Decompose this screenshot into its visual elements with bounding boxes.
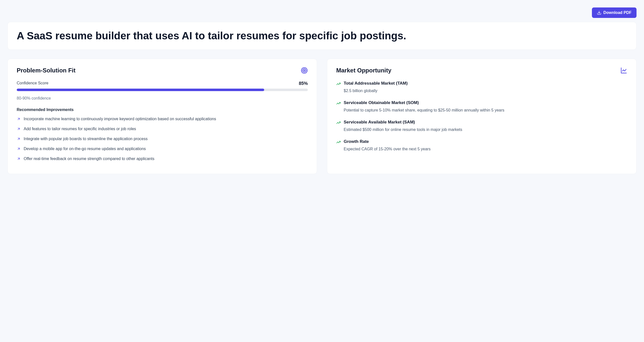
recommendation-text: Incorporate machine learning to continuo… (24, 116, 216, 122)
recommendation-text: Add features to tailor resumes for speci… (24, 126, 136, 132)
download-pdf-label: Download PDF (604, 10, 632, 15)
recommendation-item: Incorporate machine learning to continuo… (17, 116, 308, 122)
cards-grid: Problem-Solution Fit Confidence Score 85… (8, 59, 636, 174)
chart-line-icon (620, 67, 627, 74)
market-item-desc: Expected CAGR of 15-20% over the next 5 … (344, 146, 431, 152)
market-opportunity-card: Market Opportunity Total Addressable Mar… (327, 59, 636, 174)
confidence-score-value: 85% (299, 81, 308, 86)
download-pdf-button[interactable]: Download PDF (592, 7, 636, 18)
svg-line-5 (18, 128, 20, 130)
market-item-desc: Potential to capture 5-10% market share,… (344, 107, 504, 113)
market-item-title: Growth Rate (344, 139, 431, 144)
download-icon (597, 10, 602, 15)
recommendation-item: Integrate with popular job boards to str… (17, 136, 308, 142)
confidence-score-row: Confidence Score 85% (17, 81, 308, 86)
confidence-note: 80-90% confidence (17, 96, 308, 101)
svg-line-4 (18, 118, 20, 120)
recommendation-text: Offer real-time feedback on resume stren… (24, 156, 154, 162)
topbar: Download PDF (8, 7, 636, 18)
recommendations-list: Incorporate machine learning to continuo… (17, 116, 308, 162)
arrow-up-right-icon (17, 147, 21, 151)
arrow-up-right-icon (17, 127, 21, 131)
recommended-improvements-heading: Recommended Improvements (17, 108, 308, 112)
recommendation-text: Develop a mobile app for on-the-go resum… (24, 146, 146, 152)
market-item-desc: Estimated $500 million for online resume… (344, 127, 462, 133)
market-opportunity-heading: Market Opportunity (336, 67, 391, 74)
market-item-title: Serviceable Obtainable Market (SOM) (344, 100, 504, 105)
market-item: Growth Rate Expected CAGR of 15-20% over… (336, 139, 627, 152)
arrow-up-right-icon (17, 137, 21, 141)
market-item: Serviceable Obtainable Market (SOM) Pote… (336, 100, 627, 113)
svg-line-6 (18, 138, 20, 140)
title-card: A SaaS resume builder that uses AI to ta… (8, 22, 636, 50)
trending-up-icon (336, 82, 341, 86)
market-list: Total Addressable Market (TAM) $2.5 bill… (336, 81, 627, 152)
confidence-progress-fill (17, 89, 264, 91)
svg-point-3 (304, 70, 305, 71)
confidence-score-label: Confidence Score (17, 81, 48, 86)
market-item-title: Total Addressable Market (TAM) (344, 81, 408, 86)
card-header: Market Opportunity (336, 67, 627, 74)
market-item-title: Serviceable Available Market (SAM) (344, 120, 462, 125)
market-item: Total Addressable Market (TAM) $2.5 bill… (336, 81, 627, 94)
svg-point-2 (302, 69, 306, 72)
trending-up-icon (336, 121, 341, 125)
problem-solution-card: Problem-Solution Fit Confidence Score 85… (8, 59, 317, 174)
card-header: Problem-Solution Fit (17, 67, 308, 74)
recommendation-text: Integrate with popular job boards to str… (24, 136, 148, 142)
page-title: A SaaS resume builder that uses AI to ta… (17, 30, 627, 42)
arrow-up-right-icon (17, 157, 21, 161)
trending-up-icon (336, 140, 341, 144)
recommendation-item: Add features to tailor resumes for speci… (17, 126, 308, 132)
arrow-up-right-icon (17, 117, 21, 121)
recommendation-item: Develop a mobile app for on-the-go resum… (17, 146, 308, 152)
market-item: Serviceable Available Market (SAM) Estim… (336, 120, 627, 133)
trending-up-icon (336, 101, 341, 106)
target-icon (301, 67, 308, 74)
svg-line-7 (18, 148, 20, 150)
recommendation-item: Offer real-time feedback on resume stren… (17, 156, 308, 162)
svg-line-8 (18, 158, 20, 160)
confidence-progress (17, 89, 308, 91)
problem-solution-heading: Problem-Solution Fit (17, 67, 76, 74)
market-item-desc: $2.5 billion globally (344, 88, 408, 94)
